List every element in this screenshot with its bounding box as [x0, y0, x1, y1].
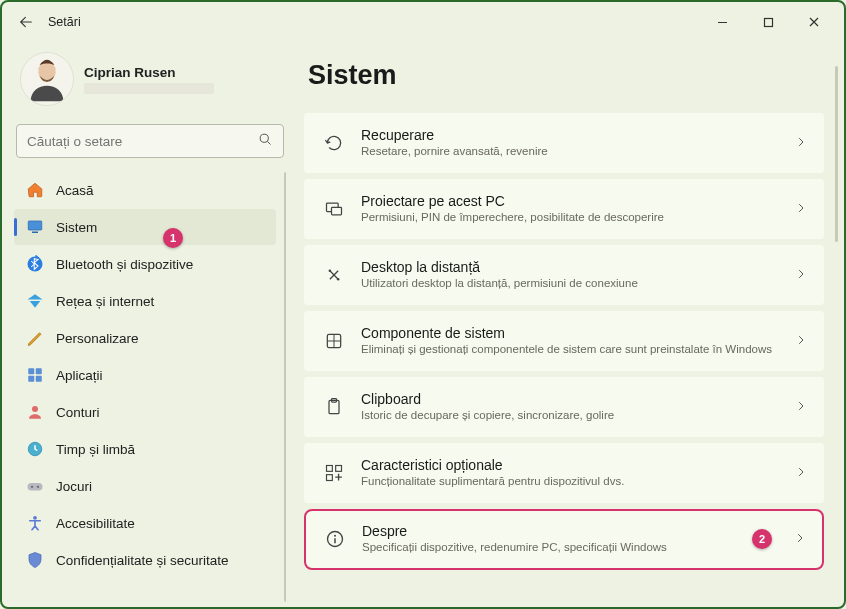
- page-title: Sistem: [308, 60, 830, 91]
- card-text: Caracteristici opționale Funcționalitate…: [361, 457, 779, 490]
- card-text: Recuperare Resetare, pornire avansată, r…: [361, 127, 779, 160]
- svg-point-28: [334, 535, 336, 537]
- svg-rect-24: [327, 466, 333, 472]
- titlebar: Setări: [2, 2, 844, 42]
- main-content: Sistem Recuperare Resetare, pornire avan…: [298, 42, 844, 607]
- clipboard-icon: [323, 396, 345, 418]
- svg-rect-18: [332, 207, 342, 215]
- recovery-icon: [323, 132, 345, 154]
- window-controls: [700, 7, 836, 37]
- card-desc: Eliminați și gestionați componentele de …: [361, 342, 779, 358]
- svg-point-15: [37, 486, 39, 488]
- search-box[interactable]: [16, 124, 284, 158]
- sidebar-item-label: Acasă: [56, 183, 94, 198]
- sidebar-item-privacy[interactable]: Confidențialitate și securitate: [14, 542, 276, 578]
- sidebar-item-label: Jocuri: [56, 479, 92, 494]
- arrow-left-icon: [18, 14, 34, 30]
- minimize-button[interactable]: [700, 7, 744, 37]
- sidebar-item-accounts[interactable]: Conturi: [14, 394, 276, 430]
- svg-rect-26: [327, 475, 333, 481]
- sidebar-item-system[interactable]: Sistem: [14, 209, 276, 245]
- close-button[interactable]: [792, 7, 836, 37]
- card-recovery[interactable]: Recuperare Resetare, pornire avansată, r…: [304, 113, 824, 173]
- svg-point-11: [32, 406, 38, 412]
- sidebar-item-label: Timp și limbă: [56, 442, 135, 457]
- card-desc: Funcționalitate suplimentară pentru disp…: [361, 474, 779, 490]
- apps-icon: [26, 366, 44, 384]
- card-title: Recuperare: [361, 127, 779, 143]
- svg-point-19: [329, 270, 332, 273]
- card-desc: Utilizatori desktop la distanță, permisi…: [361, 276, 779, 292]
- sidebar-item-label: Bluetooth și dispozitive: [56, 257, 193, 272]
- chevron-right-icon: [795, 200, 807, 218]
- about-icon: [324, 528, 346, 550]
- settings-card-list: Recuperare Resetare, pornire avansată, r…: [304, 113, 830, 570]
- chevron-right-icon: [795, 398, 807, 416]
- card-desc: Istoric de decupare și copiere, sincroni…: [361, 408, 779, 424]
- svg-rect-10: [36, 376, 42, 382]
- components-icon: [323, 330, 345, 352]
- card-rdp[interactable]: Desktop la distanță Utilizatori desktop …: [304, 245, 824, 305]
- svg-rect-13: [28, 483, 43, 491]
- system-icon: [26, 218, 44, 236]
- annotation-pin-1: 1: [163, 228, 183, 248]
- sidebar-item-network[interactable]: Rețea și internet: [14, 283, 276, 319]
- sidebar-item-home[interactable]: Acasă: [14, 172, 276, 208]
- card-optional[interactable]: Caracteristici opționale Funcționalitate…: [304, 443, 824, 503]
- sidebar-item-personal[interactable]: Personalizare: [14, 320, 276, 356]
- avatar: [20, 52, 74, 106]
- personal-icon: [26, 329, 44, 347]
- svg-rect-7: [28, 368, 34, 374]
- maximize-icon: [763, 17, 774, 28]
- annotation-pin-2: 2: [752, 529, 772, 549]
- svg-point-20: [337, 278, 340, 281]
- card-clipboard[interactable]: Clipboard Istoric de decupare și copiere…: [304, 377, 824, 437]
- chevron-right-icon: [795, 464, 807, 482]
- maximize-button[interactable]: [746, 7, 790, 37]
- main-scrollbar[interactable]: [835, 66, 838, 242]
- svg-point-14: [31, 486, 33, 488]
- close-icon: [808, 16, 820, 28]
- card-about[interactable]: Despre Specificații dispozitive, redenum…: [304, 509, 824, 570]
- time-icon: [26, 440, 44, 458]
- card-components[interactable]: Componente de sistem Eliminați și gestio…: [304, 311, 824, 371]
- sidebar-item-label: Personalizare: [56, 331, 139, 346]
- sidebar-item-apps[interactable]: Aplicații: [14, 357, 276, 393]
- card-desc: Permisiuni, PIN de împerechere, posibili…: [361, 210, 779, 226]
- card-title: Despre: [362, 523, 736, 539]
- profile-block[interactable]: Ciprian Rusen: [14, 48, 286, 118]
- card-text: Clipboard Istoric de decupare și copiere…: [361, 391, 779, 424]
- sidebar: Ciprian Rusen AcasăSistemBluetooth și di…: [2, 42, 298, 607]
- card-project[interactable]: Proiectare pe acest PC Permisiuni, PIN d…: [304, 179, 824, 239]
- svg-rect-5: [32, 232, 38, 234]
- svg-rect-8: [36, 368, 42, 374]
- sidebar-item-label: Aplicații: [56, 368, 103, 383]
- network-icon: [26, 292, 44, 310]
- project-icon: [323, 198, 345, 220]
- search-input[interactable]: [27, 134, 258, 149]
- sidebar-scrollbar[interactable]: [284, 172, 286, 602]
- svg-rect-25: [336, 466, 342, 472]
- sidebar-item-access[interactable]: Accesibilitate: [14, 505, 276, 541]
- chevron-right-icon: [794, 530, 806, 548]
- sidebar-item-label: Accesibilitate: [56, 516, 135, 531]
- card-title: Clipboard: [361, 391, 779, 407]
- chevron-right-icon: [795, 332, 807, 350]
- card-title: Componente de sistem: [361, 325, 779, 341]
- bluetooth-icon: [26, 255, 44, 273]
- svg-rect-4: [28, 221, 42, 230]
- sidebar-item-gaming[interactable]: Jocuri: [14, 468, 276, 504]
- card-text: Desktop la distanță Utilizatori desktop …: [361, 259, 779, 292]
- card-desc: Specificații dispozitive, redenumire PC,…: [362, 540, 736, 556]
- access-icon: [26, 514, 44, 532]
- svg-rect-0: [764, 18, 772, 26]
- sidebar-item-label: Conturi: [56, 405, 100, 420]
- back-button[interactable]: [10, 6, 42, 38]
- privacy-icon: [26, 551, 44, 569]
- rdp-icon: [323, 264, 345, 286]
- sidebar-item-bluetooth[interactable]: Bluetooth și dispozitive: [14, 246, 276, 282]
- chevron-right-icon: [795, 134, 807, 152]
- card-desc: Resetare, pornire avansată, revenire: [361, 144, 779, 160]
- sidebar-item-time[interactable]: Timp și limbă: [14, 431, 276, 467]
- home-icon: [26, 181, 44, 199]
